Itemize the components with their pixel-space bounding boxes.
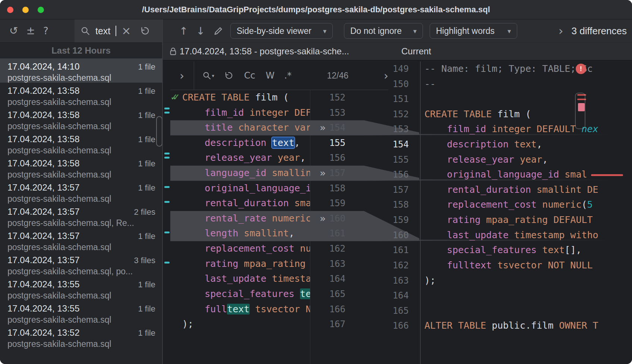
revision-file-count: 1 file: [138, 62, 155, 72]
sidebar-divider: [162, 19, 163, 364]
history-item[interactable]: 17.04.2024, 13:581 filepostgres-sakila-s…: [0, 155, 162, 179]
find-refresh-icon[interactable]: [224, 71, 233, 80]
fold-marker-icon[interactable]: »: [320, 211, 326, 226]
help-icon[interactable]: ?: [43, 26, 48, 36]
highlight-mode-dropdown[interactable]: Highlight words ▾: [430, 23, 517, 39]
code-line[interactable]: description text,: [170, 135, 310, 151]
zoom-window-button[interactable]: [38, 7, 44, 13]
history-item[interactable]: 17.04.2024, 13:573 filespostgres-sakila-…: [0, 252, 162, 276]
code-line[interactable]: );: [170, 317, 310, 332]
viewer-mode-dropdown[interactable]: Side-by-side viewer ▾: [230, 23, 333, 39]
next-match-icon[interactable]: ›: [384, 69, 388, 82]
code-line[interactable]: -- Name: film; Type: TABLE; Sc: [424, 61, 632, 77]
expand-icon[interactable]: ›: [180, 69, 184, 82]
ignore-policy-label: Do not ignore: [350, 26, 402, 36]
code-line[interactable]: release_year year,: [424, 152, 632, 167]
code-line[interactable]: title character varying: [170, 120, 310, 135]
right-code: -- Name: film; Type: TABLE; Sc--CREATE T…: [424, 61, 632, 333]
code-line[interactable]: rating mpaa_rating DEF: [170, 256, 310, 272]
code-line[interactable]: length smallint,: [170, 226, 310, 241]
line-number: 165: [367, 303, 413, 319]
code-line[interactable]: rental_duration smallint DE: [424, 182, 632, 198]
error-inspection-icon[interactable]: !: [576, 64, 586, 74]
line-number: »154: [310, 120, 357, 135]
chevron-right-icon[interactable]: ›: [559, 24, 563, 38]
history-search-field[interactable]: text ×: [75, 19, 162, 42]
revert-icon[interactable]: ↺: [9, 26, 18, 36]
code-line[interactable]: [424, 303, 632, 319]
code-line[interactable]: replacement_cost numeri: [170, 241, 310, 256]
history-item[interactable]: 17.04.2024, 13:581 filepostgres-sakila-s…: [0, 107, 162, 131]
code-line[interactable]: --: [424, 77, 632, 92]
code-line[interactable]: film_id integer DEFAULT nex: [424, 122, 632, 137]
revision-date: 17.04.2024, 13:55: [7, 279, 80, 290]
line-number: 155: [367, 152, 413, 167]
chevron-down-icon: ▾: [508, 27, 511, 35]
code-line[interactable]: replacement_cost numeric(5: [424, 197, 632, 213]
code-line[interactable]: CREATE TABLE film (: [424, 107, 632, 122]
history-item[interactable]: 17.04.2024, 13:551 filepostgres-sakila-s…: [0, 276, 162, 300]
history-item[interactable]: 17.04.2024, 13:571 filepostgres-sakila-s…: [0, 179, 162, 204]
right-line-numbers: 1491501511521531541551561571581591601611…: [367, 61, 413, 333]
find-toolbar: › ▾ Cc W .* 12/46 ›: [170, 61, 388, 90]
history-item[interactable]: 17.04.2024, 13:571 filepostgres-sakila-s…: [0, 228, 162, 252]
add-label-icon[interactable]: ±: [26, 26, 35, 36]
code-line[interactable]: rental_rate numeric(4,: [170, 211, 310, 226]
history-item[interactable]: 17.04.2024, 13:581 filepostgres-sakila-s…: [0, 131, 162, 155]
history-item[interactable]: 17.04.2024, 13:581 filepostgres-sakila-s…: [0, 83, 162, 107]
revision-file-count: 1 file: [138, 280, 155, 290]
code-line[interactable]: film_id integer DEFAULT: [170, 105, 310, 121]
code-line[interactable]: description text,: [424, 137, 632, 152]
regex-toggle[interactable]: .*: [284, 70, 292, 81]
line-number: 161: [310, 226, 357, 241]
code-line[interactable]: fulltext tsvector NOT: [170, 302, 310, 317]
history-item[interactable]: 17.04.2024, 13:521 filepostgres-sakila-s…: [0, 325, 162, 349]
code-line[interactable]: language_id smallint N: [170, 166, 310, 181]
close-window-button[interactable]: [7, 7, 13, 13]
minimize-window-button[interactable]: [22, 7, 29, 13]
code-line[interactable]: CREATE TABLE film (: [170, 90, 310, 105]
code-line[interactable]: );: [424, 273, 632, 288]
code-line[interactable]: [424, 92, 632, 107]
previous-difference-icon[interactable]: ↑: [179, 25, 188, 37]
search-input-value[interactable]: text: [95, 26, 110, 36]
editor-scrollbar[interactable]: [575, 93, 585, 129]
line-number: 152: [367, 107, 413, 122]
left-line-numbers: 152153»154155156»157158159»1601611621631…: [310, 90, 357, 332]
fold-marker-icon[interactable]: »: [320, 166, 326, 181]
clear-search-icon[interactable]: ×: [121, 25, 131, 36]
edit-icon[interactable]: [213, 26, 224, 36]
diff-editor: › ▾ Cc W .* 12/46 › ✓✓ CREATE: [163, 61, 632, 364]
code-line[interactable]: special_features text[: [170, 287, 310, 302]
window-title: /Users/JetBrains/DataGripProjects/dumps/…: [142, 5, 490, 15]
code-line[interactable]: rental_duration smallin: [170, 196, 310, 211]
revision-file-names: postgres-sakila-schema.sql: [7, 146, 155, 156]
code-line[interactable]: [424, 288, 632, 303]
match-case-toggle[interactable]: Cc: [244, 70, 255, 81]
history-item[interactable]: 17.04.2024, 13:572 filespostgres-sakila-…: [0, 204, 162, 228]
code-line[interactable]: special_features text[],: [424, 243, 632, 258]
code-line[interactable]: last_update timestamp witho: [424, 228, 632, 243]
sidebar-scrollbar[interactable]: [156, 116, 162, 147]
next-difference-icon[interactable]: ↓: [196, 25, 205, 37]
code-line[interactable]: last_update timestamp: [170, 271, 310, 287]
code-line[interactable]: fulltext tsvector NOT NULL: [424, 258, 632, 273]
code-line[interactable]: original_language_id smal: [424, 167, 632, 182]
code-line[interactable]: release_year year,: [170, 150, 310, 166]
expand-cell[interactable]: ›: [170, 61, 194, 90]
history-item[interactable]: 17.04.2024, 13:551 filepostgres-sakila-s…: [0, 300, 162, 325]
chevron-down-icon: ▾: [323, 27, 326, 35]
find-search-icon[interactable]: ▾: [202, 71, 215, 80]
history-item[interactable]: 17.04.2024, 14:101 filepostgres-sakila-s…: [0, 58, 162, 83]
code-line[interactable]: ALTER TABLE public.film OWNER T: [424, 318, 632, 333]
change-marker: [164, 201, 170, 203]
code-line[interactable]: original_language_id s: [170, 181, 310, 196]
code-line[interactable]: rating mpaa_rating DEFAULT: [424, 213, 632, 228]
reset-filter-icon[interactable]: [140, 26, 149, 36]
fold-marker-icon[interactable]: »: [320, 120, 326, 135]
ignore-policy-dropdown[interactable]: Do not ignore ▾: [344, 23, 423, 39]
revision-file-names: postgres-sakila-schema.sql: [7, 315, 155, 325]
whole-words-toggle[interactable]: W: [266, 70, 275, 81]
revision-date: 17.04.2024, 14:10: [7, 61, 80, 72]
revision-file-count: 1 file: [138, 86, 155, 96]
